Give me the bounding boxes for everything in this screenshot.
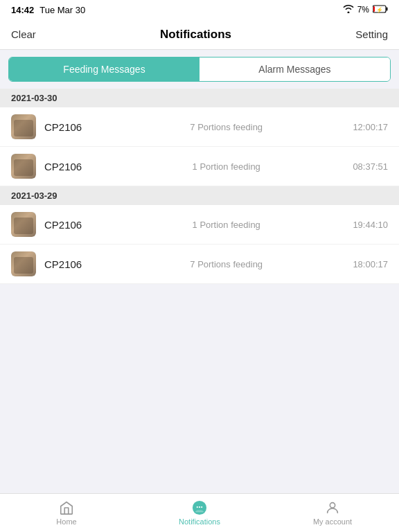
device-name: CP2106 [44,258,100,270]
notif-item: CP2106 1 Portion feeding 08:37:51 [0,147,399,186]
date-header-0: 2021-03-30 [0,89,399,107]
svg-point-7 [201,506,202,508]
status-date: Tue Mar 30 [39,5,85,15]
page-header: Clear Notifications Setting [0,19,399,50]
svg-text:⚡: ⚡ [376,6,383,13]
nav-account[interactable]: My account [266,500,399,526]
nav-home-label: Home [56,517,76,526]
notifications-content: 2021-03-30 CP2106 7 Portions feeding 12:… [0,89,399,495]
svg-rect-2 [387,8,388,11]
notif-time: 08:37:51 [353,161,388,172]
svg-rect-1 [373,6,375,12]
page-title: Notifications [160,28,231,42]
avatar [11,114,36,139]
status-time: 14:42 [11,5,34,15]
date-header-1: 2021-03-29 [0,186,399,205]
clear-button[interactable]: Clear [11,28,36,40]
notif-time: 12:00:17 [353,122,388,132]
avatar [11,154,36,179]
nav-notifications[interactable]: Notifications [133,500,266,526]
feeding-message: 1 Portion feeding [108,220,344,230]
status-bar: 14:42 Tue Mar 30 7% ⚡ [0,0,399,19]
home-icon [59,500,74,515]
notif-item: CP2106 1 Portion feeding 19:44:10 [0,205,399,245]
device-name: CP2106 [44,219,100,231]
notif-item: CP2106 7 Portions feeding 18:00:17 [0,245,399,284]
feeding-message: 7 Portions feeding [108,122,344,132]
tab-feeding[interactable]: Feeding Messages [9,57,200,81]
svg-point-5 [197,506,198,508]
account-icon [325,500,340,515]
notif-time: 18:00:17 [353,259,388,269]
tab-bar: Feeding Messages Alarm Messages [8,57,391,82]
feeding-message: 7 Portions feeding [108,259,344,269]
notifications-icon [192,500,207,515]
device-name: CP2106 [44,161,100,172]
avatar [11,212,36,237]
nav-notifications-label: Notifications [179,517,220,526]
feeding-message: 1 Portion feeding [108,161,344,172]
nav-account-label: My account [313,517,352,526]
wifi-icon [343,3,354,16]
svg-point-8 [330,503,335,508]
notif-time: 19:44:10 [353,220,388,230]
tab-alarm[interactable]: Alarm Messages [200,57,390,81]
nav-home[interactable]: Home [0,500,133,526]
bottom-nav: Home Notifications My account [0,493,399,532]
battery-percentage: 7% [357,5,369,15]
status-icons: 7% ⚡ [343,3,388,16]
battery-icon: ⚡ [373,3,388,16]
setting-button[interactable]: Setting [355,28,388,40]
avatar [11,251,36,276]
svg-point-6 [199,506,200,508]
device-name: CP2106 [44,121,100,133]
notif-item: CP2106 7 Portions feeding 12:00:17 [0,107,399,147]
